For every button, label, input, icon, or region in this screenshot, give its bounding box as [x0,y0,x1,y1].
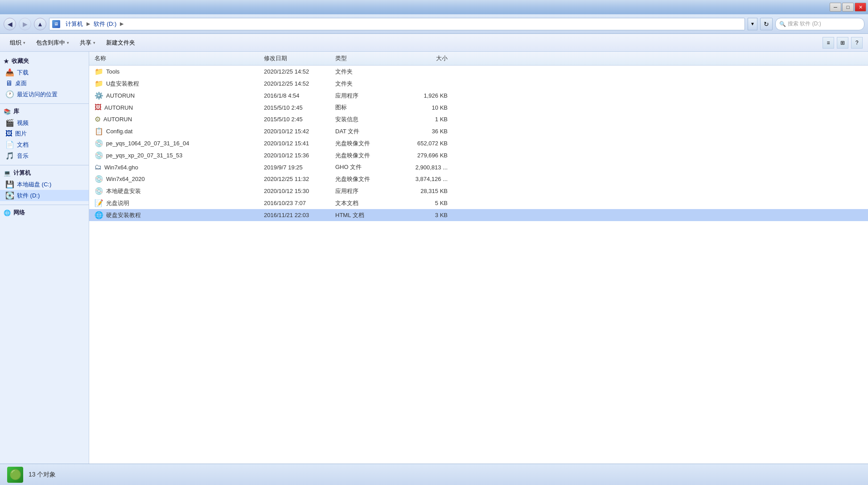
file-area: 名称 修改日期 类型 大小 📁 Tools 2020/12/25 14:52 文… [89,52,868,464]
file-size-10: 28,315 KB [396,187,449,195]
up-button[interactable]: ▲ [34,18,46,30]
minimize-button[interactable]: ─ [830,3,841,12]
sidebar-item-c-drive[interactable]: 💾 本地磁盘 (C:) [0,179,89,190]
sidebar-item-video[interactable]: 🎬 视频 [0,117,89,128]
file-type-5: DAT 文件 [333,127,396,136]
table-row[interactable]: 📁 U盘安装教程 2020/12/25 14:52 文件夹 [89,78,868,90]
table-row[interactable]: 📋 Config.dat 2020/10/12 15:42 DAT 文件 36 … [89,125,868,137]
titlebar: ─ □ ✕ [0,0,868,14]
file-name-5: 📋 Config.dat [93,126,262,136]
file-icon-1: 📁 [95,79,103,88]
file-name-3: 🖼 AUTORUN [93,103,262,112]
sidebar-item-recent[interactable]: 🕐 最近访问的位置 [0,89,89,100]
sidebar-section-network: 🌐 网络 [0,207,89,218]
table-row[interactable]: ⚙️ AUTORUN 2016/1/8 4:54 应用程序 1,926 KB [89,90,868,102]
help-button[interactable]: ? [851,37,863,49]
file-size-7: 279,696 KB [396,151,449,160]
sidebar-favorites-header[interactable]: ★ 收藏夹 [0,55,89,67]
sidebar-network-header[interactable]: 🌐 网络 [0,207,89,218]
file-name-10: 💿 本地硬盘安装 [93,186,262,196]
desktop-label: 桌面 [15,79,27,87]
view-details-button[interactable]: ⊞ [837,37,848,49]
desktop-icon: 🖥 [5,79,12,87]
table-row[interactable]: 💿 本地硬盘安装 2020/10/12 15:30 应用程序 28,315 KB [89,185,868,197]
sidebar-item-pictures[interactable]: 🖼 图片 [0,128,89,139]
sidebar-item-d-drive[interactable]: 💽 软件 (D:) [0,190,89,201]
file-name-text-2: AUTORUN [106,92,135,99]
path-computer[interactable]: 计算机 [64,19,85,29]
file-type-1: 文件夹 [333,79,396,89]
file-date-2: 2016/1/8 4:54 [262,91,333,100]
table-row[interactable]: 📝 光盘说明 2016/10/23 7:07 文本文档 5 KB [89,197,868,209]
status-count: 13 个对象 [29,471,56,479]
maximize-button[interactable]: □ [842,3,854,12]
organize-button[interactable]: 组织 ▾ [5,36,30,49]
sidebar-item-music[interactable]: 🎵 音乐 [0,150,89,161]
c-drive-label: 本地磁盘 (C:) [17,181,51,189]
address-path[interactable]: 🖥 计算机 ▶ 软件 (D:) ▶ [49,18,745,30]
file-name-8: 🗂 Win7x64.gho [93,162,262,172]
sidebar-item-documents[interactable]: 📄 文档 [0,139,89,150]
file-type-11: 文本文档 [333,198,396,208]
file-name-text-6: pe_yqs_1064_20_07_31_16_04 [106,140,189,147]
table-row[interactable]: 📁 Tools 2020/12/25 14:52 文件夹 [89,66,868,78]
new-folder-button[interactable]: 新建文件夹 [102,36,140,49]
file-date-4: 2015/5/10 2:45 [262,115,333,123]
close-button[interactable]: ✕ [855,3,866,12]
file-type-10: 应用程序 [333,186,396,196]
share-label: 共享 [80,39,91,47]
share-button[interactable]: 共享 ▾ [75,36,100,49]
file-icon-5: 📋 [95,127,103,136]
toolbar: 组织 ▾ 包含到库中 ▾ 共享 ▾ 新建文件夹 ≡ ⊞ ? [0,34,868,52]
file-icon-12: 🌐 [95,211,103,219]
sidebar-computer-header[interactable]: 💻 计算机 [0,167,89,179]
search-box[interactable]: 🔍 搜索 软件 (D:) [775,18,864,30]
path-drive[interactable]: 软件 (D:) [92,19,118,29]
file-name-text-12: 硬盘安装教程 [106,211,141,219]
sidebar-section-computer: 💻 计算机 💾 本地磁盘 (C:) 💽 软件 (D:) [0,167,89,201]
music-label: 音乐 [17,152,29,160]
file-date-3: 2015/5/10 2:45 [262,103,333,112]
column-type[interactable]: 类型 [333,53,396,63]
table-row[interactable]: 💿 Win7x64_2020 2020/12/25 11:32 光盘映像文件 3… [89,173,868,185]
video-icon: 🎬 [5,119,14,127]
sidebar-library-header[interactable]: 📚 库 [0,106,89,117]
include-button[interactable]: 包含到库中 ▾ [32,36,74,49]
addressbar: ◀ ▶ ▲ 🖥 计算机 ▶ 软件 (D:) ▶ ▼ ↻ 🔍 搜索 软件 (D:) [0,14,868,34]
table-row[interactable]: 🖼 AUTORUN 2015/5/10 2:45 图标 10 KB [89,102,868,113]
video-label: 视频 [17,119,29,127]
file-date-7: 2020/10/12 15:36 [262,151,333,160]
address-dropdown[interactable]: ▼ [748,18,757,30]
statusbar: 🟢 13 个对象 [0,464,868,485]
column-date[interactable]: 修改日期 [262,53,333,63]
file-size-6: 652,072 KB [396,139,449,148]
table-row[interactable]: 🗂 Win7x64.gho 2019/9/7 19:25 GHO 文件 2,90… [89,161,868,173]
file-name-text-3: AUTORUN [104,104,133,111]
file-date-1: 2020/12/25 14:52 [262,79,333,88]
divider-1 [0,103,89,104]
refresh-button[interactable]: ↻ [760,18,773,30]
table-row[interactable]: 💿 pe_yqs_1064_20_07_31_16_04 2020/10/12 … [89,137,868,149]
file-size-4: 1 KB [396,115,449,123]
column-name[interactable]: 名称 [93,53,262,63]
column-size[interactable]: 大小 [396,53,449,63]
file-date-12: 2016/11/21 22:03 [262,211,333,219]
back-button[interactable]: ◀ [4,18,16,30]
file-type-8: GHO 文件 [333,162,396,172]
file-name-1: 📁 U盘安装教程 [93,78,262,89]
sidebar-section-library: 📚 库 🎬 视频 🖼 图片 📄 文档 🎵 音乐 [0,106,89,161]
file-type-6: 光盘映像文件 [333,139,396,148]
path-icon: 🖥 [52,20,60,28]
table-row[interactable]: ⚙ AUTORUN 2015/5/10 2:45 安装信息 1 KB [89,113,868,125]
forward-button[interactable]: ▶ [19,18,31,30]
file-name-text-8: Win7x64.gho [104,164,138,171]
sidebar-item-downloads[interactable]: 📥 下载 [0,67,89,78]
table-row[interactable]: 💿 pe_yqs_xp_20_07_31_15_53 2020/10/12 15… [89,149,868,161]
recent-label: 最近访问的位置 [17,90,58,99]
view-list-button[interactable]: ≡ [823,37,834,49]
table-row[interactable]: 🌐 硬盘安装教程 2016/11/21 22:03 HTML 文档 3 KB [89,209,868,221]
sidebar-item-desktop[interactable]: 🖥 桌面 [0,78,89,89]
search-icon: 🔍 [779,21,786,27]
network-icon: 🌐 [4,210,11,216]
file-date-10: 2020/10/12 15:30 [262,187,333,195]
